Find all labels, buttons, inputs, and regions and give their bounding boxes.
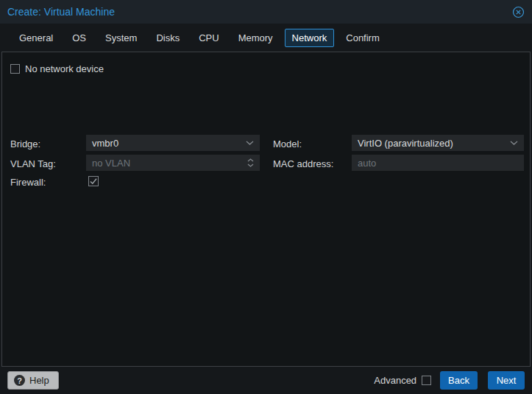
advanced-checkbox[interactable] (422, 376, 431, 385)
dialog-titlebar: Create: Virtual Machine (0, 0, 532, 24)
firewall-checkbox[interactable] (88, 176, 99, 186)
chevron-down-icon[interactable] (241, 141, 254, 145)
back-button[interactable]: Back (440, 371, 478, 390)
footer-actions: Advanced Back Next (374, 371, 525, 390)
vlan-tag-spinner[interactable]: no VLAN (86, 155, 260, 171)
checkbox-unchecked-icon (10, 64, 20, 74)
model-label: Model: (273, 138, 302, 149)
tab-memory[interactable]: Memory (231, 29, 280, 47)
wizard-tabbar: General OS System Disks CPU Memory Netwo… (0, 24, 532, 52)
help-button-label: Help (29, 375, 49, 386)
bridge-combobox[interactable]: vmbr0 (86, 135, 260, 151)
mac-address-input[interactable]: auto (352, 155, 524, 171)
next-button[interactable]: Next (488, 371, 525, 390)
tab-network[interactable]: Network (285, 29, 335, 47)
dialog-title: Create: Virtual Machine (7, 6, 115, 18)
model-combobox[interactable]: VirtIO (paravirtualized) (352, 135, 524, 151)
tab-disks[interactable]: Disks (149, 29, 187, 47)
no-network-device-checkbox[interactable]: No network device (10, 63, 104, 74)
vlan-tag-label: VLAN Tag: (10, 158, 56, 169)
tab-confirm[interactable]: Confirm (338, 29, 387, 47)
chevron-down-icon[interactable] (506, 141, 518, 145)
tab-general[interactable]: General (12, 29, 60, 47)
tab-cpu[interactable]: CPU (191, 29, 226, 47)
vlan-tag-placeholder: no VLAN (92, 158, 130, 169)
tab-os[interactable]: OS (65, 29, 93, 47)
bridge-value: vmbr0 (92, 138, 118, 149)
mac-address-placeholder: auto (358, 158, 376, 169)
tab-system[interactable]: System (98, 29, 144, 47)
dialog-footer: ? Help Advanced Back Next (0, 367, 532, 394)
advanced-label[interactable]: Advanced (374, 375, 416, 386)
no-network-device-label: No network device (25, 63, 104, 74)
firewall-label: Firewall: (10, 177, 46, 188)
question-mark-icon: ? (14, 375, 25, 386)
bridge-label: Bridge: (10, 138, 40, 149)
create-vm-dialog: Create: Virtual Machine General OS Syste… (0, 0, 532, 394)
mac-address-label: MAC address: (273, 158, 333, 169)
help-button[interactable]: ? Help (7, 371, 59, 390)
model-value: VirtIO (paravirtualized) (358, 138, 453, 149)
network-tab-panel: No network device Bridge: vmbr0 Model: V… (1, 52, 531, 367)
spinner-up-down-icon[interactable] (243, 158, 254, 167)
checkmark-icon (89, 177, 98, 186)
close-icon[interactable] (511, 5, 525, 18)
